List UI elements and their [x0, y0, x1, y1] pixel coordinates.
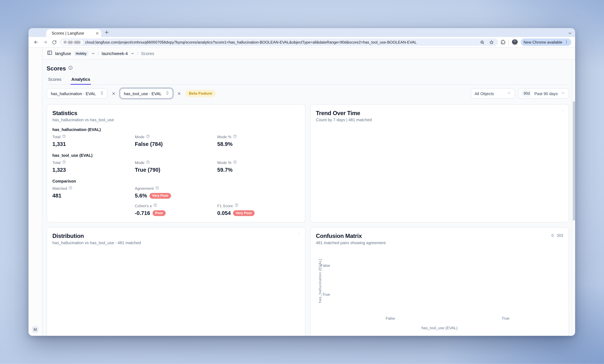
url-bar[interactable]: cloud.langfuse.com/project/cmhnuoj660007… [60, 38, 498, 46]
help-icon[interactable] [146, 134, 150, 139]
remove-score2-button[interactable] [176, 90, 182, 96]
back-button[interactable] [32, 39, 39, 46]
confusion-subtitle: 481 matched pairs showing agreement [316, 240, 386, 245]
stat-label: Agreement [135, 186, 154, 190]
object-type-value: All Objects [475, 91, 494, 96]
scale-max: 303 [557, 233, 563, 238]
close-window-button[interactable] [32, 30, 37, 35]
user-avatar[interactable]: M [32, 326, 38, 333]
stat-total: Total 1,331 [52, 134, 135, 147]
redacted-block [68, 40, 73, 44]
scrollbar-thumb[interactable] [573, 101, 575, 221]
zoom-page-icon[interactable] [479, 39, 486, 46]
project-chevron-icon[interactable] [131, 50, 134, 57]
help-icon[interactable] [69, 186, 73, 190]
trend-card: Trend Over Time Count by 7 days | 481 ma… [310, 104, 569, 223]
app-header: langfuse Hobby / launchweek-4 / Scores [42, 48, 575, 60]
bookmark-star-icon[interactable] [488, 39, 495, 46]
org-chevron-icon[interactable] [91, 50, 95, 57]
col-label: False [333, 316, 448, 320]
matrix-y-axis-label: has_hallucination (EVAL) [318, 252, 322, 310]
help-icon[interactable] [155, 186, 159, 190]
stat-label: Total [52, 160, 61, 165]
window-controls [32, 30, 51, 35]
date-range-select[interactable]: 90d Past 90 days [518, 88, 569, 99]
tab-analytics[interactable]: Analytics [71, 75, 91, 84]
section-label: has_hallucination (EVAL) [52, 127, 300, 132]
chrome-menu-icon[interactable] [564, 40, 569, 44]
rating-badge: Very Poor [233, 210, 255, 216]
breadcrumb-separator: / [137, 51, 138, 56]
range-short-badge: 90d [522, 90, 531, 96]
tab-search-icon[interactable] [568, 30, 572, 37]
score1-label: has_hallucination · EVAL [51, 91, 96, 96]
distribution-title: Distribution [52, 233, 141, 239]
remove-score1-button[interactable] [110, 90, 116, 96]
plan-badge: Hobby [74, 51, 88, 56]
breadcrumb-project[interactable]: launchweek-4 [102, 51, 128, 56]
breadcrumb-org[interactable]: langfuse [55, 51, 71, 56]
filter-row: has_hallucination · EVAL has_tool_use · … [47, 88, 569, 99]
redacted-block [74, 40, 81, 44]
stat-mode-pct: Mode % 59.7% [217, 160, 300, 173]
matrix-cell-true-false[interactable] [333, 280, 448, 309]
section-label: has_tool_use (EVAL) [52, 153, 300, 157]
info-icon[interactable] [68, 65, 73, 72]
stat-value: 481 [52, 192, 135, 199]
reload-button[interactable] [51, 39, 58, 46]
col-label: True [448, 316, 563, 320]
new-tab-button[interactable] [104, 29, 109, 36]
help-icon[interactable] [233, 160, 237, 165]
distribution-view-tabs [298, 233, 300, 234]
chrome-profile-avatar[interactable] [512, 39, 518, 45]
tab-scores[interactable]: Scores [47, 75, 62, 84]
help-icon[interactable] [62, 160, 66, 165]
statistics-title: Statistics [52, 110, 300, 116]
chevron-down-icon [507, 91, 511, 96]
url-text: cloud.langfuse.com/project/cmhnuoj660007… [85, 40, 477, 44]
extensions-icon[interactable] [501, 39, 505, 46]
stat-kappa: Cohen's κ -0.716Poor [135, 203, 217, 216]
stat-label: Cohen's κ [135, 203, 152, 208]
row-label: False [321, 251, 333, 280]
stat-value: -0.716 [135, 210, 150, 216]
stat-mode-pct: Mode % 58.9% [217, 134, 300, 147]
help-icon[interactable] [234, 203, 238, 208]
matrix-cell-true-true[interactable] [448, 280, 563, 309]
browser-window: Scores | Langfuse cloud.langfuse.com/pro… [28, 28, 575, 336]
forward-button[interactable] [41, 39, 49, 46]
breadcrumb-separator: / [98, 51, 99, 56]
stat-value: 0.054 [217, 210, 231, 216]
object-type-select[interactable]: All Objects [471, 88, 515, 99]
new-chrome-available-button[interactable]: New Chrome available [521, 38, 571, 46]
help-icon[interactable] [153, 203, 157, 208]
page-scrollbar[interactable] [572, 60, 575, 336]
stat-value: 1,323 [52, 167, 135, 173]
matrix-cell-false-true[interactable] [448, 251, 563, 279]
heatmap-scale: 0 303 [552, 233, 563, 238]
desktop: Scores | Langfuse cloud.langfuse.com/pro… [0, 0, 604, 364]
stat-value: 1,331 [52, 141, 135, 147]
zoom-window-button[interactable] [47, 30, 51, 35]
site-info-chip[interactable] [61, 39, 83, 45]
help-icon[interactable] [146, 160, 150, 165]
minimize-window-button[interactable] [40, 30, 44, 35]
matrix-cell-false-false[interactable] [333, 251, 448, 279]
redacted-block [63, 41, 67, 44]
chevrons-up-down-icon [100, 91, 104, 96]
browser-tab[interactable]: Scores | Langfuse [46, 29, 101, 37]
sidebar-toggle-icon[interactable] [47, 50, 52, 57]
confusion-title: Confusion Matrix [316, 233, 386, 239]
scale-min: 0 [552, 233, 554, 238]
score1-select[interactable]: has_hallucination · EVAL [47, 88, 107, 99]
help-icon[interactable] [233, 134, 237, 139]
chrome-toolbar: cloud.langfuse.com/project/cmhnuoj660007… [28, 37, 575, 47]
breadcrumb-page: Scores [141, 51, 154, 56]
help-icon[interactable] [62, 134, 66, 139]
page-title: Scores [47, 65, 66, 72]
stat-value: True (790) [135, 167, 217, 173]
stat-value: False (784) [135, 141, 217, 147]
score2-select[interactable]: has_tool_use · EVAL [120, 88, 173, 99]
score2-label: has_tool_use · EVAL [124, 91, 162, 96]
close-tab-icon[interactable] [95, 30, 99, 37]
